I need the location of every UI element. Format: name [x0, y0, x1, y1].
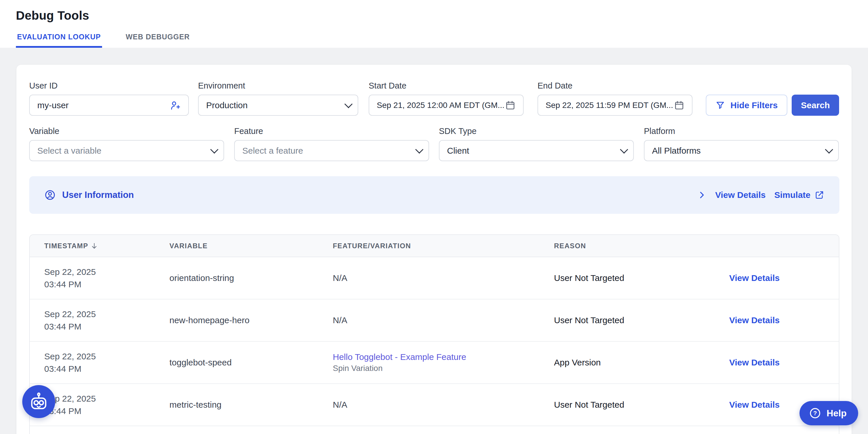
timestamp-time: 03:44 PM — [44, 405, 169, 417]
platform-label: Platform — [644, 126, 675, 136]
chevron-down-icon — [415, 145, 423, 153]
reason-cell: User Not Targeted — [554, 315, 729, 325]
banner-view-details-link[interactable]: View Details — [715, 190, 766, 200]
timestamp-date: Sep 22, 2025 — [44, 350, 169, 363]
user-information-title: User Information — [62, 190, 134, 200]
reason-cell: App Version — [554, 357, 729, 368]
variable-cell: metric-testing — [169, 400, 333, 410]
variable-label: Variable — [29, 126, 59, 136]
timestamp-time: 03:44 PM — [44, 278, 169, 291]
banner-actions: View Details Simulate — [697, 190, 824, 200]
variable-cell: orientation-string — [169, 273, 333, 283]
column-header-reason-label: REASON — [554, 242, 586, 250]
sdk-type-select[interactable]: Client — [439, 140, 634, 161]
timestamp-cell: Sep 22, 2025 03:44 PM — [30, 308, 169, 333]
page-title: Debug Tools — [16, 9, 89, 23]
feature-placeholder: Select a feature — [242, 146, 411, 156]
reason-cell: User Not Targeted — [554, 400, 729, 410]
start-date-label: Start Date — [369, 81, 406, 91]
start-date-field[interactable]: Sep 21, 2025 12:00 AM EDT (GM... — [369, 95, 524, 116]
column-header-reason[interactable]: REASON — [554, 242, 729, 250]
start-date-value: Sep 21, 2025 12:00 AM EDT (GM... — [377, 101, 505, 110]
timestamp-cell: Sep 22, 2025 03:44 PM — [30, 266, 169, 291]
user-circle-icon — [44, 189, 56, 201]
hide-filters-button[interactable]: Hide Filters — [706, 95, 787, 116]
user-id-field[interactable] — [29, 95, 189, 116]
timestamp-date: Sep 22, 2025 — [44, 266, 169, 278]
external-link-icon — [814, 190, 824, 200]
chevron-down-icon — [210, 145, 218, 153]
timestamp-date: Sep 22, 2025 — [44, 392, 169, 405]
tab-web-debugger[interactable]: WEB DEBUGGER — [125, 30, 191, 48]
help-question-icon: ? — [809, 407, 822, 419]
view-details-link[interactable]: View Details — [729, 357, 780, 367]
sdk-type-value: Client — [447, 146, 616, 156]
togglebot-fab[interactable] — [22, 385, 55, 418]
environment-label: Environment — [198, 81, 245, 91]
chevron-down-icon — [825, 145, 833, 153]
environment-select[interactable]: Production — [198, 95, 358, 116]
funnel-icon — [715, 100, 725, 110]
feature-cell: N/A — [333, 315, 554, 325]
simulate-label: Simulate — [774, 190, 810, 200]
variable-cell: togglebot-speed — [169, 357, 333, 368]
search-button[interactable]: Search — [792, 95, 839, 116]
end-date-field[interactable]: Sep 22, 2025 11:59 PM EDT (GM... — [537, 95, 692, 116]
timestamp-cell: Sep 22, 2025 03:44 PM — [30, 350, 169, 375]
evaluations-table: TIMESTAMP VARIABLE FEATURE/VARIATION REA… — [29, 234, 839, 434]
table-row: Sep 22, 2025 03:44 PM togglebot-speed He… — [30, 342, 839, 384]
evaluation-lookup-panel: User ID Environment Start Date End Date … — [17, 65, 851, 434]
column-header-feature-variation-label: FEATURE/VARIATION — [333, 242, 411, 250]
tab-evaluation-lookup[interactable]: EVALUATION LOOKUP — [16, 30, 102, 48]
feature-select[interactable]: Select a feature — [234, 140, 429, 161]
column-header-variable-label: VARIABLE — [169, 242, 208, 250]
column-header-timestamp-label: TIMESTAMP — [44, 242, 88, 250]
svg-text:?: ? — [813, 410, 817, 416]
view-details-link[interactable]: View Details — [729, 315, 780, 325]
end-date-label: End Date — [537, 81, 572, 91]
user-information-banner[interactable]: User Information View Details Simulate — [29, 176, 839, 214]
timestamp-time: 03:44 PM — [44, 363, 169, 375]
user-id-input[interactable] — [37, 100, 170, 110]
platform-select[interactable]: All Platforms — [644, 140, 839, 161]
search-button-label: Search — [801, 100, 830, 110]
column-header-timestamp[interactable]: TIMESTAMP — [30, 242, 169, 250]
tab-web-debugger-label: WEB DEBUGGER — [126, 33, 190, 41]
feature-cell: Hello Togglebot - Example Feature Spin V… — [333, 352, 554, 373]
feature-cell: N/A — [333, 400, 554, 410]
timestamp-date: Sep 22, 2025 — [44, 308, 169, 321]
table-header-row: TIMESTAMP VARIABLE FEATURE/VARIATION REA… — [30, 235, 839, 257]
page-header: Debug Tools EVALUATION LOOKUP WEB DEBUGG… — [0, 0, 868, 48]
chevron-down-icon — [344, 100, 352, 108]
variable-select[interactable]: Select a variable — [29, 140, 224, 161]
feature-link[interactable]: Hello Togglebot - Example Feature — [333, 352, 554, 362]
tab-evaluation-lookup-label: EVALUATION LOOKUP — [17, 33, 101, 41]
sort-descending-icon[interactable] — [91, 242, 98, 250]
help-button-label: Help — [827, 408, 847, 419]
table-row: Sep 22, 2025 03:44 PM orientation-string… — [30, 257, 839, 299]
variable-placeholder: Select a variable — [37, 146, 206, 156]
simulate-link[interactable]: Simulate — [774, 190, 824, 200]
tab-bar: EVALUATION LOOKUP WEB DEBUGGER — [16, 30, 191, 48]
end-date-value: Sep 22, 2025 11:59 PM EDT (GM... — [546, 101, 674, 110]
table-row-partial — [30, 426, 839, 434]
calendar-icon[interactable] — [674, 100, 684, 111]
hide-filters-label: Hide Filters — [731, 100, 777, 110]
calendar-icon[interactable] — [505, 100, 516, 111]
help-button[interactable]: ? Help — [800, 401, 858, 425]
chevron-right-icon[interactable] — [697, 191, 706, 200]
user-plus-icon[interactable] — [170, 100, 181, 111]
column-header-variable[interactable]: VARIABLE — [169, 242, 333, 250]
platform-value: All Platforms — [652, 146, 821, 156]
view-details-link[interactable]: View Details — [729, 273, 780, 283]
environment-value: Production — [206, 100, 340, 110]
togglebot-icon — [28, 390, 50, 413]
table-row: Sep 22, 2025 03:44 PM metric-testing N/A… — [30, 384, 839, 426]
reason-cell: User Not Targeted — [554, 273, 729, 283]
table-row: Sep 22, 2025 03:44 PM new-homepage-hero … — [30, 299, 839, 342]
variable-cell: new-homepage-hero — [169, 315, 333, 325]
view-details-link[interactable]: View Details — [729, 400, 780, 409]
banner-view-details-label: View Details — [715, 190, 766, 200]
chevron-down-icon — [620, 145, 628, 153]
column-header-feature-variation[interactable]: FEATURE/VARIATION — [333, 242, 554, 250]
